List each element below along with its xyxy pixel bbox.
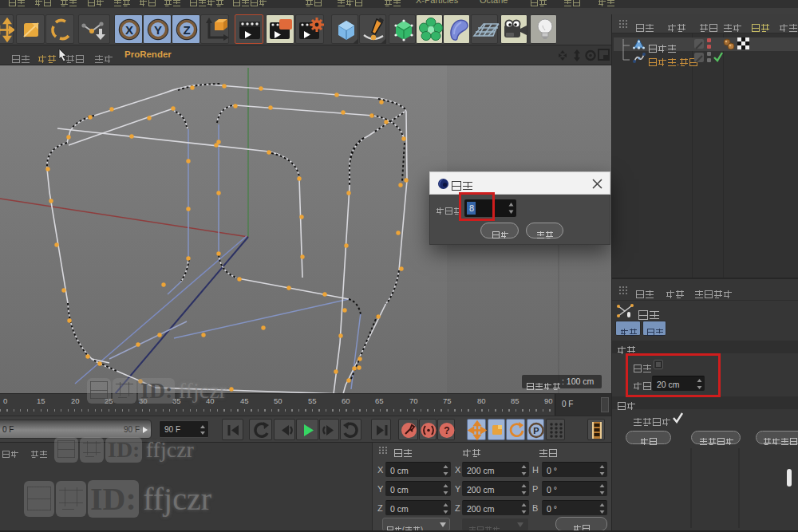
svg-text:Y: Y — [154, 23, 162, 37]
svg-text:X: X — [125, 23, 133, 37]
svg-text:Z: Z — [183, 23, 190, 37]
svg-text:P: P — [533, 426, 539, 435]
svg-text:?: ? — [444, 425, 449, 436]
